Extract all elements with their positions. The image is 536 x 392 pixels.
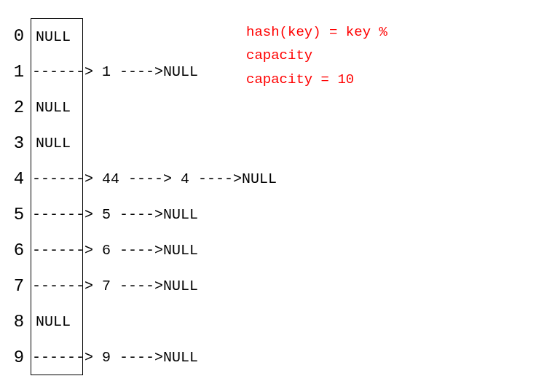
table-row: 3 NULL — [7, 125, 277, 161]
bucket-cell: NULL — [31, 125, 83, 161]
bucket-index: 3 — [7, 133, 31, 153]
table-row: 9 ------> 9 ---->NULL — [7, 340, 277, 375]
bucket-cell: NULL — [31, 18, 83, 54]
table-row: 6 ------> 6 ---->NULL — [7, 232, 277, 268]
bucket-index: 4 — [7, 169, 31, 189]
bucket-index: 5 — [7, 205, 31, 224]
bucket-cell — [31, 232, 83, 268]
null-label: NULL — [34, 99, 71, 116]
bucket-index: 0 — [7, 26, 31, 46]
bucket-index: 6 — [7, 240, 31, 260]
table-row: 5 ------> 5 ---->NULL — [7, 197, 277, 232]
bucket-cell: NULL — [31, 304, 83, 340]
null-label: NULL — [34, 135, 71, 152]
bucket-cell — [31, 268, 83, 304]
bucket-cell — [31, 161, 83, 197]
bucket-index: 1 — [7, 62, 31, 82]
bucket-index: 9 — [7, 348, 31, 367]
bucket-index: 8 — [7, 312, 31, 332]
bucket-index: 2 — [7, 98, 31, 117]
bucket-cell — [31, 340, 83, 375]
hash-table: 0 NULL 1 ------> 1 ---->NULL 2 NULL 3 NU… — [7, 18, 277, 375]
table-row: 2 NULL — [7, 90, 277, 125]
bucket-index: 7 — [7, 276, 31, 296]
bucket-cell — [31, 54, 83, 90]
table-row: 4 ------> 44 ----> 4 ---->NULL — [7, 161, 277, 197]
bucket-cell: NULL — [31, 90, 83, 125]
table-row: 7 ------> 7 ---->NULL — [7, 268, 277, 304]
bucket-cell — [31, 197, 83, 232]
table-row: 0 NULL — [7, 18, 277, 54]
table-row: 8 NULL — [7, 304, 277, 340]
null-label: NULL — [34, 313, 71, 330]
table-row: 1 ------> 1 ---->NULL — [7, 54, 277, 90]
null-label: NULL — [34, 28, 71, 45]
